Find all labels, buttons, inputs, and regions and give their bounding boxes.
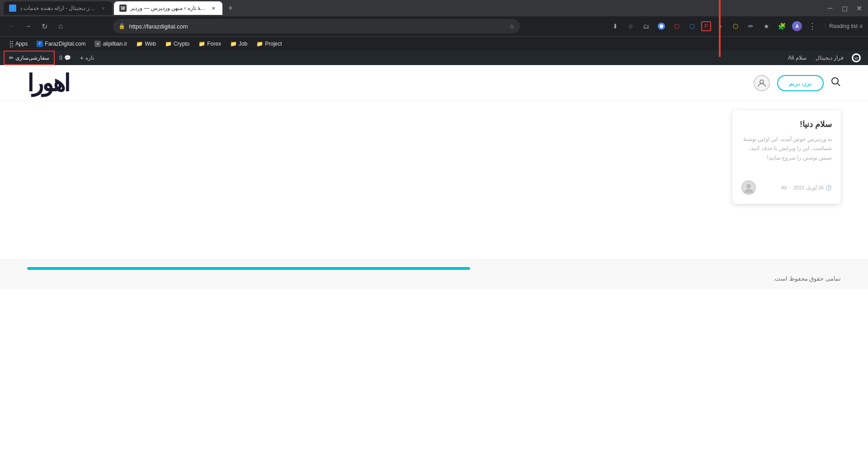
- ext-icon-red[interactable]: P: [701, 21, 711, 31]
- bookmark-crypto-label: Crypto: [174, 41, 189, 47]
- ssl-icon: 🔒: [118, 23, 125, 29]
- footer-copyright: تمامی حقوق محفوظ است.: [27, 275, 841, 282]
- tab-2-favicon: W: [119, 5, 127, 12]
- post-date: 🕐 26 آوریل 2021 · Ali: [781, 185, 832, 191]
- wp-comments-icon: 💬: [64, 55, 71, 61]
- customize-button[interactable]: سفارشی‌سازی ✏: [4, 51, 55, 65]
- wp-greeting[interactable]: سلام Ali: [783, 51, 811, 65]
- bookmark-star-icon[interactable]: ☆: [509, 23, 514, 30]
- address-bar-row: ← → ↻ ⌂ 🔒 https://farazdigital.com ☆ ⬇ ☆…: [0, 16, 868, 36]
- bookmark-web-folder-icon: 📁: [136, 41, 143, 47]
- chrome-logo-icon[interactable]: [655, 20, 668, 33]
- menu-button[interactable]: ⋮: [806, 20, 819, 33]
- reload-button[interactable]: ↻: [38, 20, 51, 33]
- ext-icon-4[interactable]: ⬡: [729, 20, 742, 33]
- wp-comments-button[interactable]: 💬 0: [55, 51, 75, 65]
- profile-avatar: A: [792, 21, 802, 31]
- close-window-button[interactable]: ✕: [854, 3, 864, 14]
- wp-logo-icon: W: [852, 53, 861, 62]
- wp-new-label: تازه: [85, 55, 94, 61]
- new-tab-button[interactable]: +: [224, 2, 237, 14]
- footer-progress-bar: [27, 267, 470, 270]
- tab-bar-controls: ─ ◻ ✕: [825, 3, 864, 14]
- address-bar[interactable]: 🔒 https://farazdigital.com ☆: [113, 19, 520, 33]
- home-button[interactable]: ⌂: [54, 20, 67, 33]
- ext-icon-6[interactable]: ★: [760, 20, 773, 33]
- main-content: سلام دنیا! به وردپرس خوش آمدید. این اولی…: [0, 101, 868, 259]
- svg-point-6: [832, 78, 838, 84]
- customize-edit-icon: ✏: [9, 55, 14, 61]
- bookmark-forex[interactable]: 📁 Forex: [195, 39, 225, 48]
- wp-logo-button[interactable]: W: [848, 51, 864, 65]
- post-title: سلام دنیا!: [741, 119, 832, 129]
- ext-icon-1[interactable]: ⬡: [670, 20, 683, 33]
- bookmark-alipilban-label: alipilban.ir: [103, 41, 127, 47]
- post-avatar: [741, 180, 756, 195]
- bookmark-job-folder-icon: 📁: [230, 41, 237, 47]
- wp-new-button[interactable]: تازه +: [75, 51, 99, 65]
- bookmark-project-label: Project: [265, 41, 282, 47]
- favorites-icon[interactable]: ☆: [624, 20, 637, 33]
- post-date-text: 26 آوریل 2021: [793, 185, 824, 191]
- bookmark-web[interactable]: 📁 Web: [132, 39, 159, 48]
- url-text[interactable]: https://farazdigital.com: [129, 23, 505, 30]
- toolbar-icons: ⬇ ☆ 🗂 ⬡ ⬡ P ● ⬡ ✏ ★ 🧩 A ⋮: [609, 20, 863, 33]
- reading-list-button[interactable]: Reading list ≡: [825, 23, 863, 29]
- back-button[interactable]: ←: [5, 20, 18, 33]
- bookmark-alipilban[interactable]: a alipilban.ir: [91, 39, 131, 48]
- wp-site-name-text: فراز دیجیتال: [816, 55, 844, 61]
- post-author-text: Ali: [781, 185, 787, 190]
- tab-1-close[interactable]: ✕: [99, 5, 107, 12]
- profile-button[interactable]: A: [791, 20, 803, 33]
- bookmark-forex-label: Forex: [207, 41, 221, 47]
- user-icon-button[interactable]: [754, 75, 770, 91]
- site-header: بزن بریم اهورا: [0, 65, 868, 101]
- svg-point-10: [746, 184, 751, 188]
- wp-greeting-text: سلام Ali: [788, 55, 807, 61]
- bookmark-crypto-folder-icon: 📁: [165, 41, 172, 47]
- wp-site-name[interactable]: فراز دیجیتال: [811, 51, 848, 65]
- forward-button[interactable]: →: [22, 20, 34, 33]
- collections-icon[interactable]: 🗂: [640, 20, 652, 33]
- ext-icon-2[interactable]: ⬡: [686, 20, 698, 33]
- search-button[interactable]: [831, 77, 841, 89]
- download-icon[interactable]: ⬇: [609, 20, 622, 33]
- login-button[interactable]: بزن بریم: [777, 75, 824, 91]
- bookmark-job[interactable]: 📁 Job: [226, 39, 251, 48]
- svg-point-8: [760, 80, 764, 84]
- wp-comments-count: 0: [59, 55, 62, 61]
- wp-admin-bar: W فراز دیجیتال سلام Ali تازه + 💬 0 سفارش…: [0, 51, 868, 65]
- svg-line-7: [838, 84, 840, 86]
- post-excerpt: به وردپرس خوش آمدید. این اولین نوشتهٔ شم…: [741, 135, 832, 162]
- bookmark-crypto[interactable]: 📁 Crypto: [161, 39, 193, 48]
- post-meta: 🕐 26 آوریل 2021 · Ali: [741, 180, 832, 195]
- site-logo: اهورا: [27, 70, 69, 97]
- tab-2-title: نوشتهٔ تازه › منهن وردپرس — وردپر...: [130, 5, 206, 11]
- bookmark-farazdigital-label: FarazDigital.com: [45, 41, 85, 47]
- bookmark-farazdigital[interactable]: F FarazDigital.com: [33, 39, 89, 48]
- bookmark-forex-folder-icon: 📁: [198, 41, 205, 47]
- restore-button[interactable]: ◻: [839, 3, 850, 14]
- minimize-button[interactable]: ─: [825, 3, 835, 14]
- header-actions: بزن بریم: [754, 75, 841, 91]
- bookmarks-bar: ⣿ Apps F FarazDigital.com a alipilban.ir…: [0, 36, 868, 51]
- post-author-separator: ·: [789, 185, 791, 190]
- tab-2[interactable]: W نوشتهٔ تازه › منهن وردپرس — وردپر... ✕: [114, 1, 222, 15]
- wp-admin-bar-right: تازه + 💬 0 سفارشی‌سازی ✏: [4, 51, 99, 65]
- tab-1-favicon: 🌐: [9, 5, 16, 12]
- ext-icon-3[interactable]: ●: [714, 20, 726, 33]
- bookmark-alipilban-favicon: a: [94, 41, 101, 47]
- extensions-icon[interactable]: 🧩: [775, 20, 788, 33]
- clock-icon: 🕐: [826, 185, 832, 191]
- tab-1-title: فراز دیجیتال - ارائه دهنده خدمات د...: [20, 5, 96, 11]
- tab-2-close[interactable]: ✕: [210, 5, 217, 12]
- tab-1[interactable]: 🌐 فراز دیجیتال - ارائه دهنده خدمات د... …: [4, 1, 112, 15]
- bookmark-project[interactable]: 📁 Project: [253, 39, 285, 48]
- apps-button[interactable]: ⣿ Apps: [5, 39, 31, 49]
- reading-list-label: Reading list: [829, 23, 858, 29]
- wp-admin-bar-left: W فراز دیجیتال سلام Ali: [783, 51, 864, 65]
- bookmark-web-label: Web: [145, 41, 156, 47]
- ext-icon-5[interactable]: ✏: [745, 20, 757, 33]
- tab-bar: 🌐 فراز دیجیتال - ارائه دهنده خدمات د... …: [0, 0, 868, 16]
- svg-text:W: W: [854, 56, 859, 61]
